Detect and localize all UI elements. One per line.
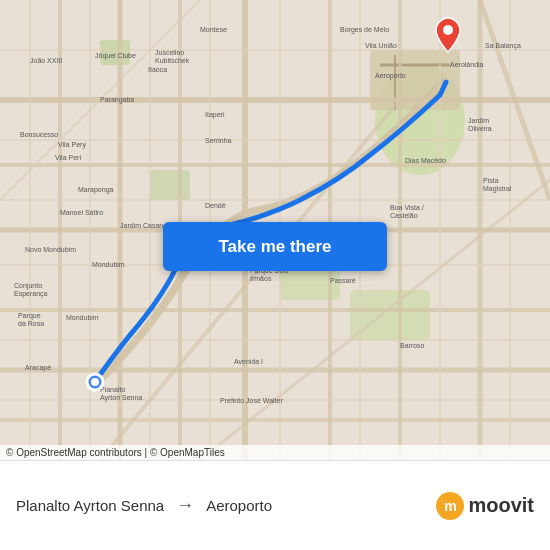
svg-text:Jóquei Clube: Jóquei Clube [95, 52, 136, 60]
svg-text:Kubitschek: Kubitschek [155, 57, 190, 64]
svg-text:Mondubim: Mondubim [66, 314, 99, 321]
svg-text:Mondubim: Mondubim [92, 261, 125, 268]
svg-text:da Rosa: da Rosa [18, 320, 44, 327]
svg-rect-2 [350, 290, 430, 340]
svg-text:Passaré: Passaré [330, 277, 356, 284]
svg-text:Jardim: Jardim [468, 117, 489, 124]
origin-label: Planalto Ayrton Senna [16, 497, 164, 514]
svg-point-86 [443, 25, 453, 35]
svg-text:Borges de Melo: Borges de Melo [340, 26, 389, 34]
take-me-there-button[interactable]: Take me there [163, 222, 387, 271]
map-attribution: © OpenStreetMap contributors | © OpenMap… [0, 445, 550, 460]
svg-text:Dias Macêdo: Dias Macêdo [405, 157, 446, 164]
svg-text:Avenida I: Avenida I [234, 358, 263, 365]
svg-rect-5 [150, 170, 190, 200]
svg-text:Aracapé: Aracapé [25, 364, 51, 372]
svg-text:Vila Pery: Vila Pery [58, 141, 86, 149]
svg-text:Maraponga: Maraponga [78, 186, 114, 194]
moovit-text: moovit [468, 494, 534, 517]
svg-text:Barroso: Barroso [400, 342, 425, 349]
svg-text:Itaperi: Itaperi [205, 111, 225, 119]
svg-text:Novo Mondubim: Novo Mondubim [25, 246, 76, 253]
svg-text:Parque: Parque [18, 312, 41, 320]
svg-text:Juscelino: Juscelino [155, 49, 184, 56]
svg-text:Ayrton Senna: Ayrton Senna [100, 394, 142, 402]
svg-text:Serrinha: Serrinha [205, 137, 232, 144]
svg-text:Oliveira: Oliveira [468, 125, 492, 132]
svg-text:Bonsucesso: Bonsucesso [20, 131, 58, 138]
moovit-logo: m moovit [436, 492, 534, 520]
svg-text:Sa Balança: Sa Balança [485, 42, 521, 50]
svg-text:Dendê: Dendê [205, 202, 226, 209]
svg-text:Esperança: Esperança [14, 290, 48, 298]
svg-text:Irmãos: Irmãos [250, 275, 272, 282]
svg-text:Pista: Pista [483, 177, 499, 184]
destination-label: Aeroporto [206, 497, 272, 514]
svg-text:Planalto: Planalto [100, 386, 125, 393]
svg-text:Magistral: Magistral [483, 185, 512, 193]
svg-text:Boa Vista /: Boa Vista / [390, 204, 424, 211]
bottom-bar: Planalto Ayrton Senna → Aeroporto m moov… [0, 460, 550, 550]
svg-text:Aerolândia: Aerolândia [450, 61, 484, 68]
svg-text:Vila União: Vila União [365, 42, 397, 49]
svg-text:Vila Peri: Vila Peri [55, 154, 81, 161]
moovit-logo-icon: m [436, 492, 464, 520]
svg-text:Parangaba: Parangaba [100, 96, 134, 104]
attribution-text: © OpenStreetMap contributors | © OpenMap… [6, 447, 225, 458]
svg-text:Conjunto: Conjunto [14, 282, 42, 290]
route-info: Planalto Ayrton Senna → Aeroporto m moov… [16, 492, 534, 520]
arrow-icon: → [176, 495, 194, 516]
svg-text:Castelão: Castelão [390, 212, 418, 219]
svg-text:Manoel Sátiro: Manoel Sátiro [60, 209, 103, 216]
map-container: João XXIII Jóquei Clube Itaoca Parangaba… [0, 0, 550, 460]
svg-text:Montese: Montese [200, 26, 227, 33]
svg-text:Itaoca: Itaoca [148, 66, 167, 73]
svg-text:João XXIII: João XXIII [30, 57, 62, 64]
svg-text:Aeroporto: Aeroporto [375, 72, 406, 80]
svg-point-85 [91, 378, 99, 386]
svg-text:Prefeito José Walter: Prefeito José Walter [220, 397, 283, 404]
